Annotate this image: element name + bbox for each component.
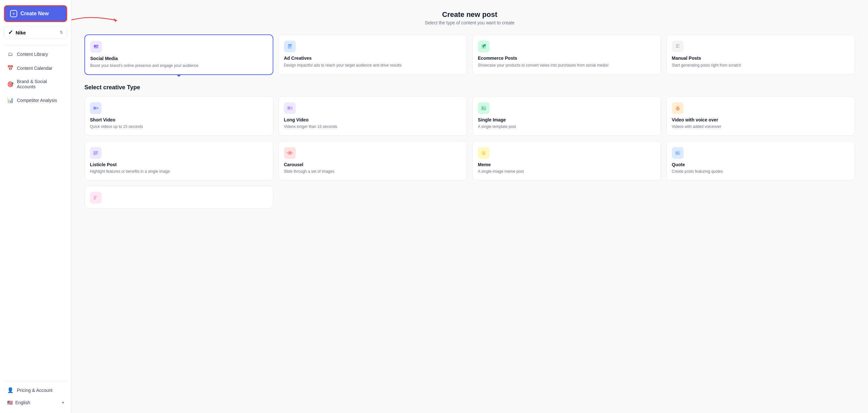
- creative-grid-row2: Listicle Post Highlight features or bene…: [84, 141, 855, 180]
- svg-point-46: [96, 196, 97, 198]
- svg-rect-31: [95, 153, 97, 154]
- competitor-label: Competitor Analysis: [17, 98, 57, 103]
- meme-title: Meme: [478, 162, 656, 167]
- creative-card-single-image[interactable]: Single Image A single template post: [472, 96, 661, 136]
- brand-chevron-icon: ⇅: [60, 30, 63, 35]
- brand-name: Nike: [16, 30, 26, 35]
- create-new-button[interactable]: ＋ Create New: [4, 5, 67, 22]
- short-video-title: Short Video: [90, 117, 268, 122]
- sidebar-item-brand-social[interactable]: 🎯 Brand & Social Accounts: [4, 76, 67, 92]
- creative-grid-row1: Short Video Quick videos up to 15 second…: [84, 96, 855, 136]
- language-selector[interactable]: 🇺🇸 English ▾: [4, 397, 67, 408]
- type-card-manual[interactable]: Manual Posts Start generating posts righ…: [666, 34, 855, 75]
- flag-icon: 🇺🇸: [7, 400, 13, 405]
- social-media-icon: [90, 41, 102, 53]
- svg-rect-22: [481, 106, 486, 110]
- svg-point-37: [483, 152, 483, 153]
- type-card-ecommerce[interactable]: Ecommerce Posts Showcase your products t…: [472, 34, 661, 75]
- listicle-icon: [90, 147, 102, 159]
- brand-selector[interactable]: ✓ Nike ⇅: [4, 26, 67, 39]
- type-card-ad-creatives[interactable]: Ad Creatives Design impactful ads to rea…: [279, 34, 467, 75]
- svg-rect-42: [678, 152, 678, 153]
- svg-marker-16: [97, 108, 99, 109]
- creative-card-partial[interactable]: [84, 186, 273, 208]
- long-video-title: Long Video: [284, 117, 462, 122]
- quote-desc: Create posts featuring quotes: [672, 169, 850, 174]
- creative-card-meme[interactable]: Meme A single-image meme post: [472, 141, 661, 180]
- section-title: Select creative Type: [84, 84, 855, 91]
- sidebar-item-pricing[interactable]: 👤 Pricing & Account: [4, 384, 67, 396]
- svg-rect-20: [291, 109, 292, 110]
- manual-title: Manual Posts: [672, 56, 850, 61]
- svg-rect-25: [677, 107, 678, 109]
- svg-rect-30: [94, 153, 94, 154]
- lang-chevron-icon: ▾: [62, 400, 64, 405]
- pricing-label: Pricing & Account: [17, 388, 53, 393]
- svg-rect-8: [288, 46, 291, 46]
- svg-rect-43: [678, 153, 678, 154]
- sidebar: ＋ Create New ✓ Nike ⇅ 🗂 Content Library …: [0, 0, 71, 413]
- long-video-icon: [284, 102, 296, 114]
- svg-rect-7: [288, 45, 291, 45]
- svg-rect-4: [96, 46, 97, 47]
- voice-over-desc: Videos with added voiceover: [672, 124, 850, 129]
- svg-point-45: [94, 196, 96, 198]
- svg-rect-44: [676, 154, 680, 154]
- ad-creatives-title: Ad Creatives: [284, 56, 462, 61]
- single-image-title: Single Image: [478, 117, 656, 122]
- nike-logo-icon: ✓: [8, 29, 13, 36]
- social-media-title: Social Media: [90, 56, 268, 61]
- creative-card-long-video[interactable]: Long Video Videos longer than 15 seconds: [279, 96, 467, 136]
- creative-card-voice-over[interactable]: Video with voice over Videos with added …: [666, 96, 855, 136]
- sidebar-item-content-library[interactable]: 🗂 Content Library: [4, 48, 67, 60]
- svg-point-14: [678, 44, 680, 46]
- sidebar-divider-bottom: [4, 381, 67, 382]
- quote-icon: [672, 147, 684, 159]
- long-video-desc: Videos longer than 15 seconds: [284, 124, 462, 129]
- brand-social-label: Brand & Social Accounts: [17, 79, 64, 89]
- carousel-desc: Slide through a set of images: [284, 169, 462, 174]
- creative-card-carousel[interactable]: Carousel Slide through a set of images: [279, 141, 467, 180]
- meme-desc: A single-image meme post: [478, 169, 656, 174]
- content-calendar-label: Content Calendar: [17, 66, 53, 71]
- creative-card-listicle[interactable]: Listicle Post Highlight features or bene…: [84, 141, 273, 180]
- voice-over-icon: [672, 102, 684, 114]
- ecommerce-desc: Showcase your products to convert views …: [478, 62, 656, 68]
- language-label: English: [15, 400, 30, 405]
- sidebar-divider-top: [4, 45, 67, 45]
- single-image-desc: A single template post: [478, 124, 656, 129]
- plus-icon: ＋: [10, 10, 17, 17]
- svg-rect-41: [676, 153, 677, 154]
- ad-creatives-desc: Design impactful ads to reach your targe…: [284, 62, 462, 68]
- partial-card-icon: [90, 192, 102, 204]
- sidebar-bottom: 👤 Pricing & Account 🇺🇸 English ▾: [4, 380, 67, 408]
- creative-card-quote[interactable]: Quote Create posts featuring quotes: [666, 141, 855, 180]
- type-cards-row: Social Media Boost your brand's online p…: [84, 34, 855, 75]
- brand-selector-left: ✓ Nike: [8, 29, 26, 36]
- pricing-icon: 👤: [7, 387, 13, 393]
- social-media-desc: Boost your brand's online presence and e…: [90, 63, 268, 68]
- svg-rect-29: [95, 152, 98, 152]
- content-library-label: Content Library: [17, 52, 48, 57]
- svg-rect-35: [288, 152, 291, 154]
- short-video-desc: Quick videos up to 15 seconds: [90, 124, 268, 129]
- page-header: Create new post Select the type of conte…: [84, 10, 855, 25]
- create-new-label: Create New: [21, 11, 49, 17]
- svg-rect-40: [676, 152, 677, 153]
- svg-rect-32: [94, 154, 94, 155]
- page-subtitle: Select the type of content you want to c…: [84, 20, 855, 25]
- svg-point-23: [482, 107, 483, 108]
- svg-point-36: [482, 151, 486, 155]
- type-card-social-media[interactable]: Social Media Boost your brand's online p…: [84, 34, 273, 75]
- sidebar-item-content-calendar[interactable]: 📅 Content Calendar: [4, 62, 67, 74]
- creative-card-short-video[interactable]: Short Video Quick videos up to 15 second…: [84, 96, 273, 136]
- svg-rect-3: [96, 45, 98, 46]
- manual-desc: Start generating posts right from scratc…: [672, 62, 850, 68]
- ecommerce-title: Ecommerce Posts: [478, 56, 656, 61]
- sidebar-item-competitor[interactable]: 📊 Competitor Analysis: [4, 94, 67, 106]
- manual-posts-icon: [672, 40, 684, 52]
- content-library-icon: 🗂: [7, 51, 13, 57]
- svg-rect-10: [288, 48, 290, 48]
- svg-point-12: [484, 44, 486, 46]
- svg-rect-2: [94, 45, 96, 47]
